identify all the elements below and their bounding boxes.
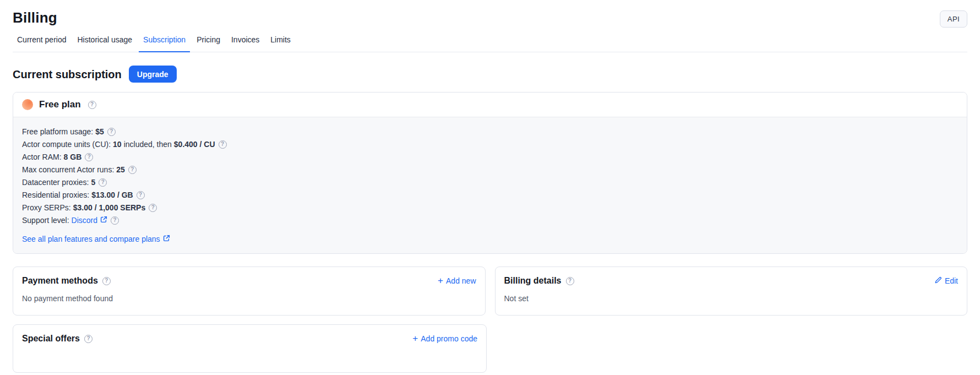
row-value: 5 — [91, 177, 95, 188]
row-value: $3.00 / 1,000 SERPs — [73, 202, 146, 213]
api-button[interactable]: API — [940, 10, 967, 28]
help-icon[interactable]: ? — [107, 128, 116, 136]
billing-details-empty-state: Not set — [504, 294, 959, 303]
help-icon[interactable]: ? — [137, 191, 145, 199]
row-value: 8 GB — [64, 151, 82, 162]
help-icon[interactable]: ? — [219, 140, 227, 149]
external-link-icon — [163, 235, 170, 243]
row-label: Residential proxies: — [22, 189, 89, 200]
edit-billing-details-label: Edit — [945, 276, 958, 285]
plan-row-proxy-serps: Proxy SERPs: $3.00 / 1,000 SERPs ? — [22, 202, 958, 213]
plan-name: Free plan — [39, 99, 81, 110]
row-label: Support level: — [22, 215, 69, 226]
row-mid-text: included, then — [124, 139, 172, 150]
tab-historical-usage[interactable]: Historical usage — [73, 32, 137, 52]
discord-link[interactable]: Discord — [72, 215, 107, 226]
discord-link-label: Discord — [72, 215, 97, 226]
payment-methods-empty-state: No payment method found — [22, 294, 476, 303]
compare-plans-link[interactable]: See all plan features and compare plans — [22, 235, 170, 243]
section-title: Current subscription — [13, 68, 122, 81]
special-offers-header: Special offers ? + Add promo code — [22, 333, 477, 344]
add-payment-method-button[interactable]: + Add new — [438, 276, 476, 285]
tab-subscription[interactable]: Subscription — [139, 32, 190, 52]
billing-page: Billing API Current period Historical us… — [0, 0, 980, 375]
tab-limits[interactable]: Limits — [266, 32, 295, 52]
plan-row-actor-ram: Actor RAM: 8 GB ? — [22, 151, 958, 162]
help-icon[interactable]: ? — [85, 153, 93, 161]
help-icon[interactable]: ? — [88, 101, 96, 109]
row-value: $5 — [95, 126, 104, 137]
billing-details-card: Billing details ? Edit Not set — [495, 267, 968, 316]
special-offers-card: Special offers ? + Add promo code — [13, 324, 487, 373]
tab-invoices[interactable]: Invoices — [227, 32, 264, 52]
row-label: Datacenter proxies: — [22, 177, 89, 188]
plan-badge-icon — [22, 99, 33, 110]
pencil-icon — [934, 276, 942, 286]
plan-row-support-level: Support level: Discord ? — [22, 215, 958, 226]
payment-methods-title: Payment methods — [22, 275, 98, 286]
external-link-icon — [100, 215, 107, 226]
row-label: Free platform usage: — [22, 126, 93, 137]
payment-methods-card: Payment methods ? + Add new No payment m… — [13, 267, 486, 316]
row-value-2: $0.400 / CU — [174, 139, 215, 150]
billing-tabs: Current period Historical usage Subscrip… — [13, 32, 967, 52]
payment-methods-header: Payment methods ? + Add new — [22, 275, 476, 286]
compare-plans-label: See all plan features and compare plans — [22, 235, 160, 243]
row-label: Max concurrent Actor runs: — [22, 164, 114, 175]
add-payment-method-label: Add new — [446, 276, 476, 285]
help-icon[interactable]: ? — [99, 178, 107, 187]
edit-billing-details-button[interactable]: Edit — [934, 276, 958, 286]
plan-row-concurrent-runs: Max concurrent Actor runs: 25 ? — [22, 164, 958, 175]
plan-card-body: Free platform usage: $5 ? Actor compute … — [13, 117, 967, 253]
add-promo-code-button[interactable]: + Add promo code — [412, 334, 477, 343]
help-icon[interactable]: ? — [102, 277, 111, 285]
plan-card-header: Free plan ? — [13, 93, 967, 117]
plus-icon: + — [438, 277, 443, 285]
billing-details-title: Billing details — [504, 275, 562, 286]
help-icon[interactable]: ? — [566, 277, 574, 285]
billing-details-header: Billing details ? Edit — [504, 275, 959, 286]
tab-current-period[interactable]: Current period — [13, 32, 71, 52]
row-value: 25 — [116, 164, 125, 175]
special-offers-title: Special offers — [22, 333, 80, 344]
row-label: Actor compute units (CU): — [22, 139, 111, 150]
help-icon[interactable]: ? — [84, 335, 92, 343]
upgrade-button[interactable]: Upgrade — [129, 66, 177, 83]
add-promo-code-label: Add promo code — [421, 334, 477, 343]
plan-row-datacenter-proxies: Datacenter proxies: 5 ? — [22, 177, 958, 188]
row-label: Actor RAM: — [22, 151, 62, 162]
row-label: Proxy SERPs: — [22, 202, 71, 213]
plan-card: Free plan ? Free platform usage: $5 ? Ac… — [13, 92, 967, 254]
row-value: $13.00 / GB — [91, 189, 133, 200]
billing-cards-row: Payment methods ? + Add new No payment m… — [13, 267, 967, 316]
plus-icon: + — [412, 335, 418, 343]
tab-pricing[interactable]: Pricing — [192, 32, 225, 52]
current-subscription-header: Current subscription Upgrade — [13, 66, 967, 83]
row-value: 10 — [113, 139, 122, 150]
plan-row-residential-proxies: Residential proxies: $13.00 / GB ? — [22, 189, 958, 200]
plan-row-compute-units: Actor compute units (CU): 10 included, t… — [22, 139, 958, 150]
compare-plans-row: See all plan features and compare plans — [22, 235, 958, 243]
plan-row-platform-usage: Free platform usage: $5 ? — [22, 126, 958, 137]
page-title: Billing — [13, 0, 967, 26]
help-icon[interactable]: ? — [128, 166, 137, 174]
help-icon[interactable]: ? — [149, 204, 157, 212]
help-icon[interactable]: ? — [111, 216, 119, 225]
